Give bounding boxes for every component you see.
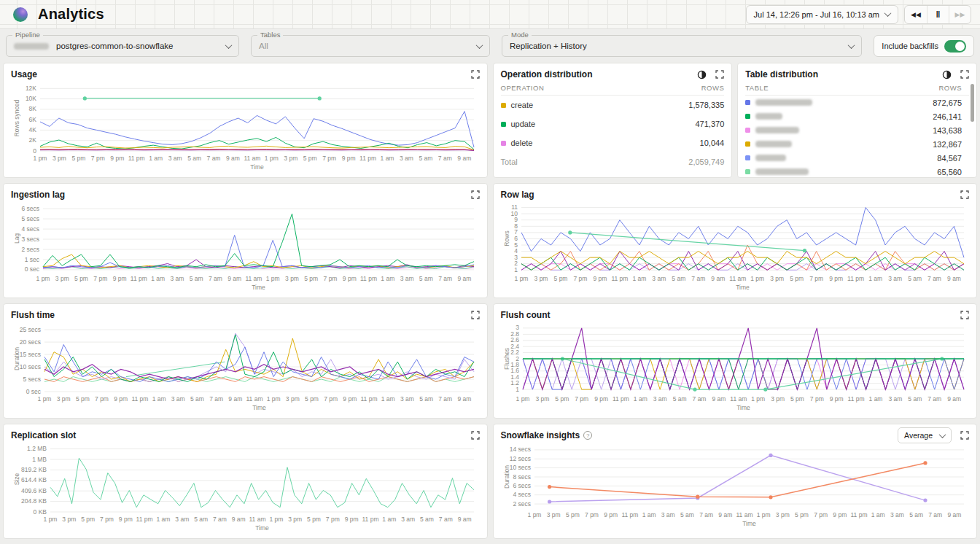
replication-slot-panel: Replication slot 0 KB204.8 KB409.6 KB614…: [3, 424, 488, 539]
svg-text:1 am: 1 am: [871, 511, 884, 518]
expand-icon[interactable]: [960, 70, 969, 79]
svg-text:5: 5: [514, 241, 518, 249]
svg-text:5 am: 5 am: [680, 511, 693, 518]
svg-text:7 am: 7 am: [438, 275, 452, 282]
svg-text:5 pm: 5 pm: [553, 275, 567, 282]
svg-text:Time: Time: [742, 520, 756, 527]
svg-text:1 am: 1 am: [152, 395, 166, 403]
svg-text:5 pm: 5 pm: [307, 516, 321, 523]
flush-count-chart: 11.21.41.61.822.22.42.62.831 pm3 pm5 pm7…: [501, 322, 970, 412]
forward-button[interactable]: ▶▶: [949, 6, 971, 23]
svg-text:1 pm: 1 pm: [269, 516, 283, 523]
svg-text:9 pm: 9 pm: [113, 275, 127, 282]
chevron-down-icon: [884, 9, 892, 17]
svg-text:5 pm: 5 pm: [565, 511, 579, 518]
top-bar: Analytics Jul 14, 12:26 pm - Jul 16, 10:…: [0, 0, 980, 29]
svg-text:3 pm: 3 pm: [286, 395, 300, 403]
flush-time-panel: Flush time 0 sec5 secs10 secs15 secs20 s…: [3, 303, 488, 419]
expand-icon[interactable]: [471, 190, 480, 199]
svg-text:3 pm: 3 pm: [55, 275, 69, 282]
svg-text:5 secs: 5 secs: [21, 215, 39, 222]
svg-text:7 am: 7 am: [209, 275, 222, 282]
pause-icon: ‖: [936, 9, 941, 20]
svg-text:8K: 8K: [29, 105, 37, 112]
table-distribution-panel: Table distribution TABLE ROWS 872,675246…: [737, 63, 977, 178]
panel-title: Flush count: [501, 310, 551, 320]
svg-text:11 pm: 11 pm: [362, 516, 379, 523]
svg-text:1 am: 1 am: [151, 275, 165, 282]
include-backfills-toggle-chip[interactable]: Include backfills: [874, 35, 974, 57]
svg-text:7 am: 7 am: [207, 155, 221, 162]
redacted-table-name: [755, 127, 799, 133]
svg-text:7 am: 7 am: [213, 516, 227, 523]
expand-icon[interactable]: [471, 70, 480, 79]
help-icon[interactable]: ?: [583, 431, 592, 440]
svg-text:9 am: 9 am: [228, 275, 241, 282]
operation-rows: 471,370: [695, 120, 724, 128]
svg-text:7 am: 7 am: [692, 395, 706, 403]
scrollbar-thumb[interactable]: [971, 84, 974, 122]
expand-icon[interactable]: [471, 431, 480, 440]
date-range-button[interactable]: Jul 14, 12:26 pm - Jul 16, 10:13 am: [746, 5, 898, 24]
include-backfills-label: Include backfills: [882, 42, 938, 50]
expand-icon[interactable]: [960, 431, 969, 440]
column-header-rows: ROWS: [701, 84, 725, 92]
svg-text:11 pm: 11 pm: [847, 395, 864, 403]
snowflake-insights-chart: 2 secs4 secs6 secs8 secs10 secs12 secs14…: [501, 442, 970, 528]
table-rows: 872,675: [933, 98, 962, 107]
svg-text:3 pm: 3 pm: [52, 155, 66, 162]
series-color-swatch: [501, 103, 506, 108]
svg-text:11 am: 11 am: [249, 516, 266, 523]
tables-select[interactable]: Tables All: [251, 35, 490, 57]
svg-text:9 pm: 9 pm: [110, 155, 124, 162]
svg-text:9 pm: 9 pm: [114, 395, 128, 403]
svg-text:9 pm: 9 pm: [594, 395, 608, 403]
backfills-toggle-switch[interactable]: [944, 40, 966, 53]
panel-title: Ingestion lag: [11, 190, 65, 200]
expand-icon[interactable]: [715, 70, 724, 79]
expand-icon[interactable]: [960, 190, 969, 199]
svg-text:7 pm: 7 pm: [585, 511, 599, 518]
mode-label: Mode: [508, 31, 532, 39]
redacted-table-name: [755, 168, 809, 175]
expand-icon[interactable]: [471, 311, 480, 319]
flush-count-panel: Flush count 11.21.41.61.822.22.42.62.831…: [493, 303, 978, 419]
pipeline-select[interactable]: Pipeline postgres-common-to-snowflake: [6, 35, 239, 57]
pie-chart-icon[interactable]: [942, 70, 952, 79]
svg-text:9 pm: 9 pm: [593, 275, 607, 282]
svg-text:5 pm: 5 pm: [81, 516, 95, 523]
pipeline-value: postgres-common-to-snowflake: [56, 42, 173, 50]
pie-chart-icon[interactable]: [697, 70, 707, 79]
svg-text:6 secs: 6 secs: [21, 205, 39, 212]
svg-text:1 am: 1 am: [868, 395, 882, 403]
svg-text:1 MB: 1 MB: [32, 456, 47, 463]
svg-text:5 am: 5 am: [419, 395, 433, 403]
svg-text:3 pm: 3 pm: [546, 511, 560, 518]
svg-text:2 secs: 2 secs: [513, 500, 531, 508]
svg-text:3 pm: 3 pm: [62, 516, 76, 523]
svg-text:409.6 KB: 409.6 KB: [21, 487, 47, 494]
svg-text:11 pm: 11 pm: [850, 511, 867, 518]
svg-text:Duration: Duration: [503, 465, 510, 489]
svg-text:9 am: 9 am: [718, 511, 732, 518]
aggregation-select[interactable]: Average: [898, 427, 952, 443]
mode-select[interactable]: Mode Replication + History: [502, 35, 862, 57]
svg-text:9 pm: 9 pm: [119, 516, 133, 523]
svg-text:9 am: 9 am: [712, 395, 726, 403]
usage-chart: 02K4K6K8K10K12K1 pm3 pm5 pm7 pm9 pm11 pm…: [11, 81, 480, 171]
expand-icon[interactable]: [960, 311, 969, 319]
svg-text:4: 4: [514, 247, 518, 254]
svg-text:5 pm: 5 pm: [555, 395, 569, 403]
ingestion-lag-panel: Ingestion lag 0 sec1 sec2 secs3 secs4 se…: [3, 183, 488, 298]
svg-text:4 secs: 4 secs: [513, 491, 531, 498]
svg-text:7 am: 7 am: [928, 511, 942, 518]
pause-button[interactable]: ‖: [927, 6, 949, 23]
svg-text:3 am: 3 am: [888, 275, 902, 282]
svg-text:2: 2: [514, 260, 518, 267]
table-rows: 65,560: [937, 168, 962, 176]
total-label: Total: [501, 158, 518, 166]
row-lag-chart: 12345678910111 pm3 pm5 pm7 pm9 pm11 pm1 …: [501, 201, 970, 292]
rewind-button[interactable]: ◀◀: [905, 6, 927, 23]
chevron-down-icon: [848, 42, 855, 49]
series-color-swatch: [745, 169, 750, 174]
